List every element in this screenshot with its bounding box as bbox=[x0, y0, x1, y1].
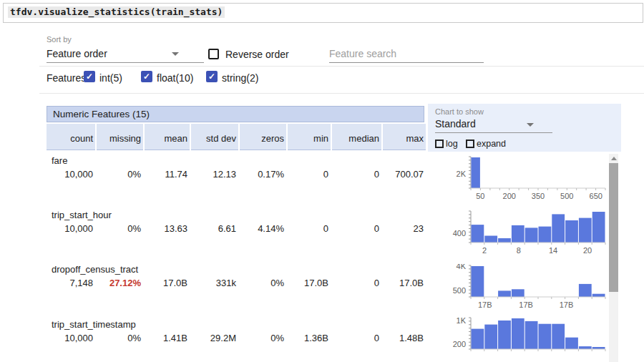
svg-text:14: 14 bbox=[549, 246, 557, 255]
svg-text:350: 350 bbox=[532, 192, 545, 200]
svg-text:1K: 1K bbox=[457, 316, 467, 325]
chart-panel-header: Chart to show Standard log expand bbox=[428, 104, 621, 152]
cell-zeros: 0% bbox=[240, 332, 286, 345]
col-header-stddev[interactable]: std dev bbox=[191, 124, 238, 150]
cell-zeros: 4.14% bbox=[240, 222, 286, 235]
histogram-dropoff-census-tract[interactable]: 4K50017B17B17B bbox=[428, 264, 614, 311]
int-label: int(5) bbox=[99, 72, 122, 84]
chevron-down-icon bbox=[172, 52, 179, 56]
expand-checkbox[interactable] bbox=[466, 140, 474, 148]
histogram-trip-start-timestamp[interactable]: 1K200 bbox=[428, 316, 614, 362]
cell-max: 1.48B bbox=[383, 332, 426, 345]
col-header-missing[interactable]: missing bbox=[97, 124, 143, 150]
cell-zeros: 0% bbox=[240, 277, 286, 290]
sort-by-label: Sort by bbox=[47, 35, 72, 44]
float-label: float(10) bbox=[157, 72, 193, 84]
cell-median: 0 bbox=[332, 332, 381, 345]
cell-count: 10,000 bbox=[47, 168, 95, 181]
table-row: trip_start_timestamp 10,000 0% 1.41B 29.… bbox=[47, 315, 426, 362]
check-icon: ✓ bbox=[143, 72, 150, 82]
expand-label: expand bbox=[477, 139, 506, 149]
col-header-min[interactable]: min bbox=[288, 124, 331, 150]
table-row: dropoff_census_tract 7,148 27.12% 17.0B … bbox=[47, 260, 426, 315]
cell-min: 0 bbox=[288, 222, 331, 235]
cell-min: 0 bbox=[288, 168, 331, 181]
svg-text:8: 8 bbox=[517, 246, 521, 255]
cell-mean: 11.74 bbox=[145, 168, 190, 181]
reverse-order-label: Reverse order bbox=[225, 49, 289, 60]
svg-text:200: 200 bbox=[453, 340, 466, 348]
cell-max: 23 bbox=[383, 222, 426, 235]
chart-to-show-label: Chart to show bbox=[435, 107, 484, 116]
reverse-order-checkbox[interactable] bbox=[208, 49, 219, 59]
divider bbox=[39, 93, 644, 94]
col-header-count[interactable]: count bbox=[47, 124, 95, 150]
cell-max: 17.0B bbox=[383, 277, 426, 290]
cell-stddev: 29.2M bbox=[191, 332, 238, 345]
table-row: trip_start_hour 10,000 0% 13.63 6.61 4.1… bbox=[47, 206, 426, 260]
cell-missing: 0% bbox=[97, 168, 143, 181]
svg-text:500: 500 bbox=[453, 286, 466, 295]
cell-mean: 17.0B bbox=[145, 277, 190, 290]
histogram-fare[interactable]: 2K50200350500650 bbox=[428, 155, 614, 202]
svg-text:4K: 4K bbox=[457, 264, 467, 270]
svg-text:17B: 17B bbox=[519, 300, 533, 309]
cell-missing: 27.12% bbox=[97, 277, 143, 290]
string-label: string(2) bbox=[222, 72, 258, 84]
code-text[interactable]: tfdv.visualize_statistics(train_stats) bbox=[8, 6, 225, 18]
cell-mean: 1.41B bbox=[145, 332, 190, 345]
log-checkbox[interactable] bbox=[435, 140, 444, 148]
cell-stddev: 6.61 bbox=[191, 222, 238, 235]
svg-text:400: 400 bbox=[453, 229, 466, 238]
col-header-median[interactable]: median bbox=[332, 124, 381, 150]
table-title: Numeric Features (15) bbox=[47, 106, 424, 122]
feature-name: trip_start_hour bbox=[47, 206, 426, 222]
cell-count: 10,000 bbox=[47, 222, 95, 235]
col-header-max[interactable]: max bbox=[383, 124, 426, 150]
sort-by-value: Feature order bbox=[47, 48, 107, 59]
svg-text:650: 650 bbox=[590, 192, 602, 200]
check-icon: ✓ bbox=[86, 72, 93, 82]
col-header-mean[interactable]: mean bbox=[145, 124, 190, 150]
cell-count: 7,148 bbox=[47, 277, 95, 290]
cell-stddev: 12.13 bbox=[191, 168, 238, 181]
scrollbar-thumb[interactable] bbox=[609, 163, 618, 292]
svg-text:50: 50 bbox=[476, 192, 484, 200]
feature-name: fare bbox=[47, 152, 426, 168]
log-label: log bbox=[446, 139, 458, 149]
chart-type-dropdown[interactable]: Standard bbox=[435, 117, 552, 133]
cell-median: 0 bbox=[332, 168, 381, 181]
chevron-down-icon bbox=[527, 123, 534, 127]
cell-min: 1.36B bbox=[288, 332, 331, 345]
cell-median: 0 bbox=[332, 277, 381, 290]
scrollbar[interactable] bbox=[609, 154, 618, 362]
cell-zeros: 0.17% bbox=[240, 168, 286, 181]
scroll-up-icon[interactable] bbox=[611, 157, 617, 160]
svg-text:500: 500 bbox=[560, 192, 573, 200]
svg-text:17B: 17B bbox=[560, 300, 574, 309]
table-header-row: count missing mean std dev zeros min med… bbox=[47, 124, 426, 150]
feature-name: dropoff_census_tract bbox=[47, 260, 426, 277]
table-row: fare 10,000 0% 11.74 12.13 0.17% 0 0 700… bbox=[47, 152, 426, 206]
svg-text:2K: 2K bbox=[457, 170, 467, 178]
cell-max: 700.07 bbox=[383, 168, 426, 181]
cell-stddev: 331k bbox=[191, 277, 238, 290]
svg-text:17B: 17B bbox=[478, 300, 492, 309]
svg-text:200: 200 bbox=[503, 192, 516, 200]
cell-min: 17.0B bbox=[288, 277, 331, 290]
string-checkbox[interactable]: ✓ bbox=[206, 71, 218, 82]
sort-by-dropdown[interactable]: Feature order bbox=[47, 46, 204, 63]
int-checkbox[interactable]: ✓ bbox=[84, 71, 95, 82]
divider bbox=[39, 66, 644, 67]
cell-count: 10,000 bbox=[47, 332, 95, 345]
feature-name: trip_start_timestamp bbox=[47, 315, 426, 332]
float-checkbox[interactable]: ✓ bbox=[141, 71, 152, 82]
cell-mean: 13.63 bbox=[145, 222, 190, 235]
code-cell[interactable]: tfdv.visualize_statistics(train_stats) bbox=[3, 3, 643, 23]
search-input[interactable] bbox=[329, 44, 484, 63]
cell-missing: 0% bbox=[97, 222, 143, 235]
col-header-zeros[interactable]: zeros bbox=[240, 124, 286, 150]
chart-type-value: Standard bbox=[435, 118, 476, 129]
svg-text:20: 20 bbox=[583, 246, 592, 255]
histogram-trip-start-hour[interactable]: 400281420 bbox=[428, 210, 614, 257]
